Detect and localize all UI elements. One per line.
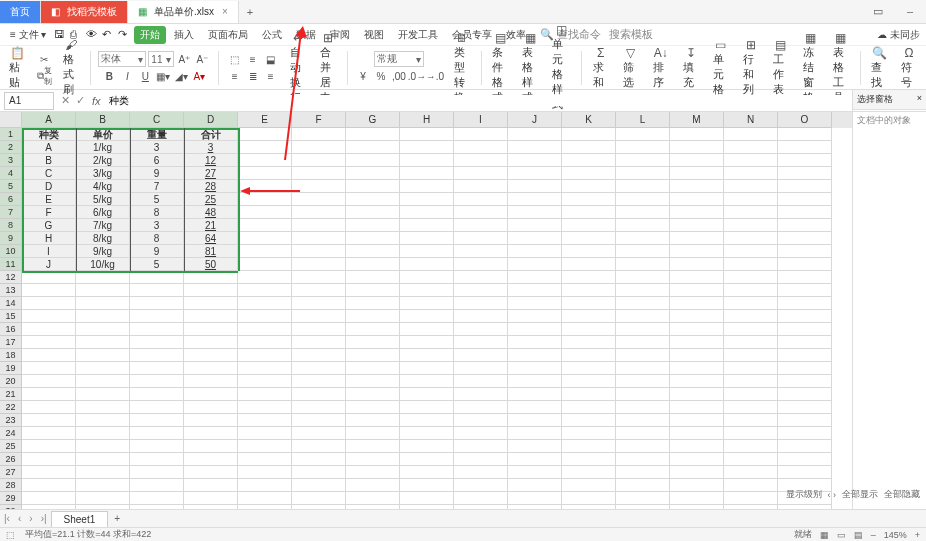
cell[interactable] bbox=[562, 401, 616, 414]
cell[interactable] bbox=[238, 232, 292, 245]
align-right-icon[interactable]: ≡ bbox=[263, 68, 279, 84]
cell[interactable] bbox=[454, 349, 508, 362]
cell[interactable] bbox=[130, 323, 184, 336]
cell[interactable] bbox=[22, 362, 76, 375]
cell[interactable] bbox=[292, 479, 346, 492]
cell[interactable] bbox=[724, 466, 778, 479]
cell[interactable] bbox=[508, 323, 562, 336]
cell[interactable] bbox=[616, 362, 670, 375]
cell[interactable] bbox=[562, 167, 616, 180]
cell[interactable] bbox=[130, 349, 184, 362]
cell[interactable] bbox=[670, 141, 724, 154]
cell[interactable] bbox=[454, 297, 508, 310]
cell[interactable]: 种类 bbox=[22, 128, 76, 141]
cell[interactable] bbox=[562, 206, 616, 219]
underline-button[interactable]: U bbox=[137, 68, 153, 84]
cell[interactable] bbox=[346, 492, 400, 505]
cell[interactable] bbox=[76, 336, 130, 349]
row-header[interactable]: 11 bbox=[0, 258, 22, 271]
cell[interactable] bbox=[292, 154, 346, 167]
zoom-out-icon[interactable]: – bbox=[871, 530, 876, 540]
cell[interactable] bbox=[508, 427, 562, 440]
cell[interactable] bbox=[22, 375, 76, 388]
cell[interactable] bbox=[22, 492, 76, 505]
cell[interactable] bbox=[670, 466, 724, 479]
cell[interactable] bbox=[670, 388, 724, 401]
cell[interactable] bbox=[346, 440, 400, 453]
cell[interactable] bbox=[184, 453, 238, 466]
cell[interactable] bbox=[292, 258, 346, 271]
align-bot-icon[interactable]: ⬓ bbox=[263, 51, 279, 67]
cell[interactable] bbox=[724, 453, 778, 466]
cell[interactable]: C bbox=[22, 167, 76, 180]
inc-dec-icon[interactable]: .0→ bbox=[409, 68, 425, 84]
cell[interactable] bbox=[616, 297, 670, 310]
cell[interactable] bbox=[778, 401, 832, 414]
cell[interactable] bbox=[670, 284, 724, 297]
cell[interactable] bbox=[670, 193, 724, 206]
cell[interactable] bbox=[454, 271, 508, 284]
cell[interactable] bbox=[778, 362, 832, 375]
cell[interactable] bbox=[238, 479, 292, 492]
cell[interactable]: 8 bbox=[130, 232, 184, 245]
cell[interactable]: 6/kg bbox=[76, 206, 130, 219]
cell[interactable] bbox=[778, 297, 832, 310]
formula-input[interactable] bbox=[105, 95, 926, 106]
menu-insert[interactable]: 插入 bbox=[168, 26, 200, 44]
cell[interactable] bbox=[508, 440, 562, 453]
cell[interactable]: 50 bbox=[184, 258, 238, 271]
cell[interactable]: 9/kg bbox=[76, 245, 130, 258]
row-header[interactable]: 27 bbox=[0, 466, 22, 479]
fill-color-button[interactable]: ◢▾ bbox=[173, 68, 189, 84]
cell[interactable]: 8/kg bbox=[76, 232, 130, 245]
paste-button[interactable]: 📋粘贴 bbox=[6, 45, 28, 91]
cell[interactable] bbox=[562, 336, 616, 349]
cell[interactable] bbox=[724, 297, 778, 310]
cell[interactable] bbox=[778, 219, 832, 232]
sync-status[interactable]: ☁ 未同步 bbox=[871, 26, 926, 44]
bold-button[interactable]: B bbox=[101, 68, 117, 84]
cell[interactable] bbox=[454, 362, 508, 375]
cell[interactable] bbox=[400, 479, 454, 492]
sum-button[interactable]: Σ求和 bbox=[590, 45, 612, 91]
view-layout-icon[interactable]: ▤ bbox=[854, 530, 863, 540]
cell[interactable] bbox=[562, 414, 616, 427]
cell[interactable] bbox=[508, 336, 562, 349]
col-header[interactable]: N bbox=[724, 112, 778, 128]
cell[interactable] bbox=[76, 323, 130, 336]
cell[interactable] bbox=[76, 440, 130, 453]
cell[interactable] bbox=[184, 349, 238, 362]
cell[interactable] bbox=[562, 284, 616, 297]
cell[interactable] bbox=[292, 180, 346, 193]
cell[interactable] bbox=[670, 180, 724, 193]
cell[interactable] bbox=[508, 479, 562, 492]
number-format-select[interactable]: 常规▾ bbox=[374, 51, 424, 67]
cell[interactable] bbox=[508, 219, 562, 232]
cell[interactable] bbox=[616, 440, 670, 453]
cell[interactable]: 3 bbox=[130, 219, 184, 232]
cell[interactable] bbox=[508, 297, 562, 310]
font-size-select[interactable]: 11▾ bbox=[148, 51, 174, 67]
window-config-icon[interactable]: ▭ bbox=[862, 5, 894, 18]
cell[interactable]: D bbox=[22, 180, 76, 193]
row-header[interactable]: 15 bbox=[0, 310, 22, 323]
cell[interactable] bbox=[346, 193, 400, 206]
cell[interactable] bbox=[508, 310, 562, 323]
cell[interactable] bbox=[616, 128, 670, 141]
cell[interactable] bbox=[562, 193, 616, 206]
cell[interactable] bbox=[184, 297, 238, 310]
cell[interactable] bbox=[238, 388, 292, 401]
cell[interactable] bbox=[346, 154, 400, 167]
cell[interactable] bbox=[724, 414, 778, 427]
cell[interactable] bbox=[238, 271, 292, 284]
cell[interactable]: 10/kg bbox=[76, 258, 130, 271]
find-button[interactable]: 🔍查找 bbox=[868, 45, 890, 91]
cell[interactable] bbox=[454, 154, 508, 167]
cell[interactable] bbox=[400, 180, 454, 193]
cell[interactable] bbox=[76, 401, 130, 414]
cell[interactable] bbox=[508, 232, 562, 245]
close-icon[interactable]: × bbox=[222, 6, 228, 17]
cell[interactable]: F bbox=[22, 206, 76, 219]
cell[interactable] bbox=[616, 414, 670, 427]
cell[interactable] bbox=[454, 141, 508, 154]
